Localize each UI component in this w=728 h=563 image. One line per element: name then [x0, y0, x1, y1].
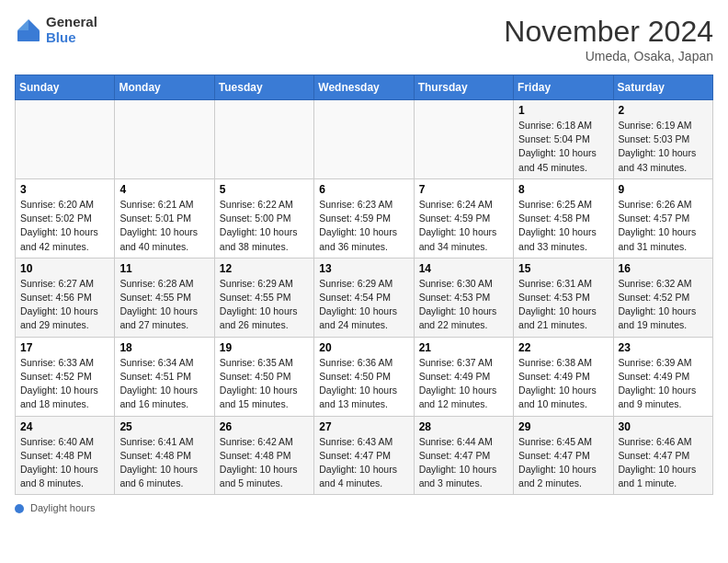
calendar-cell: 4Sunrise: 6:21 AM Sunset: 5:01 PM Daylig…: [115, 178, 214, 258]
day-number: 13: [319, 262, 408, 275]
day-info: Sunrise: 6:21 AM Sunset: 5:01 PM Dayligh…: [119, 198, 209, 254]
title-block: November 2024 Umeda, Osaka, Japan: [504, 15, 713, 63]
calendar-cell: 2Sunrise: 6:19 AM Sunset: 5:03 PM Daylig…: [613, 100, 712, 179]
day-number: 14: [419, 262, 508, 275]
calendar-cell: 15Sunrise: 6:31 AM Sunset: 4:53 PM Dayli…: [514, 258, 613, 337]
day-info: Sunrise: 6:38 AM Sunset: 4:49 PM Dayligh…: [518, 356, 608, 412]
calendar-cell: [115, 100, 214, 179]
day-number: 4: [119, 183, 209, 196]
day-number: 19: [220, 341, 309, 354]
day-info: Sunrise: 6:29 AM Sunset: 4:55 PM Dayligh…: [220, 277, 309, 333]
day-info: Sunrise: 6:28 AM Sunset: 4:55 PM Dayligh…: [119, 277, 209, 333]
day-number: 6: [319, 183, 408, 196]
calendar-body: 1Sunrise: 6:18 AM Sunset: 5:04 PM Daylig…: [16, 100, 713, 495]
calendar-cell: 6Sunrise: 6:23 AM Sunset: 4:59 PM Daylig…: [314, 178, 414, 258]
day-info: Sunrise: 6:30 AM Sunset: 4:53 PM Dayligh…: [419, 277, 508, 333]
calendar-cell: 12Sunrise: 6:29 AM Sunset: 4:55 PM Dayli…: [214, 258, 313, 337]
day-of-week-header: Thursday: [414, 75, 513, 100]
month-title: November 2024: [504, 15, 713, 49]
day-number: 25: [119, 420, 209, 433]
calendar-cell: 25Sunrise: 6:41 AM Sunset: 4:48 PM Dayli…: [115, 416, 214, 495]
calendar-week-row: 10Sunrise: 6:27 AM Sunset: 4:56 PM Dayli…: [16, 258, 713, 337]
day-info: Sunrise: 6:39 AM Sunset: 4:49 PM Dayligh…: [619, 356, 708, 412]
calendar-cell: 20Sunrise: 6:36 AM Sunset: 4:50 PM Dayli…: [314, 337, 414, 416]
day-of-week-header: Wednesday: [314, 75, 414, 100]
day-info: Sunrise: 6:32 AM Sunset: 4:52 PM Dayligh…: [619, 277, 708, 333]
day-number: 24: [20, 420, 109, 433]
day-info: Sunrise: 6:26 AM Sunset: 4:57 PM Dayligh…: [619, 198, 708, 254]
calendar-cell: 3Sunrise: 6:20 AM Sunset: 5:02 PM Daylig…: [16, 178, 115, 258]
calendar-cell: 18Sunrise: 6:34 AM Sunset: 4:51 PM Dayli…: [115, 337, 214, 416]
day-info: Sunrise: 6:44 AM Sunset: 4:47 PM Dayligh…: [419, 435, 508, 491]
calendar-cell: [214, 100, 313, 179]
day-info: Sunrise: 6:27 AM Sunset: 4:56 PM Dayligh…: [20, 277, 109, 333]
calendar-week-row: 24Sunrise: 6:40 AM Sunset: 4:48 PM Dayli…: [16, 416, 713, 495]
day-info: Sunrise: 6:37 AM Sunset: 4:49 PM Dayligh…: [419, 356, 508, 412]
day-number: 30: [619, 420, 708, 433]
day-info: Sunrise: 6:35 AM Sunset: 4:50 PM Dayligh…: [220, 356, 309, 412]
logo: General Blue: [15, 15, 97, 45]
page-header: General Blue November 2024 Umeda, Osaka,…: [15, 15, 713, 63]
calendar-cell: 14Sunrise: 6:30 AM Sunset: 4:53 PM Dayli…: [414, 258, 513, 337]
day-number: 20: [319, 341, 408, 354]
calendar-cell: 26Sunrise: 6:42 AM Sunset: 4:48 PM Dayli…: [214, 416, 313, 495]
day-of-week-header: Tuesday: [214, 75, 313, 100]
calendar-cell: 27Sunrise: 6:43 AM Sunset: 4:47 PM Dayli…: [314, 416, 414, 495]
day-number: 12: [220, 262, 309, 275]
day-info: Sunrise: 6:43 AM Sunset: 4:47 PM Dayligh…: [319, 435, 408, 491]
day-info: Sunrise: 6:18 AM Sunset: 5:04 PM Dayligh…: [518, 119, 608, 175]
day-info: Sunrise: 6:40 AM Sunset: 4:48 PM Dayligh…: [20, 435, 109, 491]
day-info: Sunrise: 6:20 AM Sunset: 5:02 PM Dayligh…: [20, 198, 109, 254]
day-info: Sunrise: 6:19 AM Sunset: 5:03 PM Dayligh…: [619, 119, 708, 175]
calendar-week-row: 3Sunrise: 6:20 AM Sunset: 5:02 PM Daylig…: [16, 178, 713, 258]
footer: Daylight hours: [15, 502, 713, 513]
day-of-week-header: Saturday: [613, 75, 712, 100]
calendar-cell: 5Sunrise: 6:22 AM Sunset: 5:00 PM Daylig…: [214, 178, 313, 258]
day-number: 28: [419, 420, 508, 433]
day-info: Sunrise: 6:36 AM Sunset: 4:50 PM Dayligh…: [319, 356, 408, 412]
day-number: 3: [20, 183, 109, 196]
calendar-cell: 24Sunrise: 6:40 AM Sunset: 4:48 PM Dayli…: [16, 416, 115, 495]
calendar-table: SundayMondayTuesdayWednesdayThursdayFrid…: [15, 75, 713, 495]
day-number: 2: [619, 104, 708, 117]
day-info: Sunrise: 6:42 AM Sunset: 4:48 PM Dayligh…: [220, 435, 309, 491]
calendar-cell: 22Sunrise: 6:38 AM Sunset: 4:49 PM Dayli…: [514, 337, 613, 416]
calendar-header-row: SundayMondayTuesdayWednesdayThursdayFrid…: [16, 75, 713, 100]
day-of-week-header: Friday: [514, 75, 613, 100]
calendar-cell: 21Sunrise: 6:37 AM Sunset: 4:49 PM Dayli…: [414, 337, 513, 416]
logo-text: General Blue: [46, 15, 97, 45]
day-number: 5: [220, 183, 309, 196]
day-number: 29: [518, 420, 608, 433]
day-number: 11: [119, 262, 209, 275]
day-info: Sunrise: 6:24 AM Sunset: 4:59 PM Dayligh…: [419, 198, 508, 254]
calendar-cell: 23Sunrise: 6:39 AM Sunset: 4:49 PM Dayli…: [613, 337, 712, 416]
day-info: Sunrise: 6:31 AM Sunset: 4:53 PM Dayligh…: [518, 277, 608, 333]
day-number: 15: [518, 262, 608, 275]
day-info: Sunrise: 6:22 AM Sunset: 5:00 PM Dayligh…: [220, 198, 309, 254]
day-number: 1: [518, 104, 608, 117]
calendar-week-row: 17Sunrise: 6:33 AM Sunset: 4:52 PM Dayli…: [16, 337, 713, 416]
calendar-cell: 19Sunrise: 6:35 AM Sunset: 4:50 PM Dayli…: [214, 337, 313, 416]
calendar-cell: [414, 100, 513, 179]
calendar-week-row: 1Sunrise: 6:18 AM Sunset: 5:04 PM Daylig…: [16, 100, 713, 179]
day-number: 22: [518, 341, 608, 354]
calendar-cell: 13Sunrise: 6:29 AM Sunset: 4:54 PM Dayli…: [314, 258, 414, 337]
day-number: 18: [119, 341, 209, 354]
day-number: 9: [619, 183, 708, 196]
daylight-label: Daylight hours: [30, 502, 95, 513]
calendar-cell: [16, 100, 115, 179]
day-info: Sunrise: 6:46 AM Sunset: 4:47 PM Dayligh…: [619, 435, 708, 491]
day-of-week-header: Monday: [115, 75, 214, 100]
location: Umeda, Osaka, Japan: [504, 49, 713, 63]
calendar-cell: 28Sunrise: 6:44 AM Sunset: 4:47 PM Dayli…: [414, 416, 513, 495]
svg-marker-1: [17, 19, 28, 30]
calendar-cell: 10Sunrise: 6:27 AM Sunset: 4:56 PM Dayli…: [16, 258, 115, 337]
calendar-cell: 8Sunrise: 6:25 AM Sunset: 4:58 PM Daylig…: [514, 178, 613, 258]
day-info: Sunrise: 6:33 AM Sunset: 4:52 PM Dayligh…: [20, 356, 109, 412]
daylight-dot: [15, 504, 24, 513]
day-number: 23: [619, 341, 708, 354]
day-number: 7: [419, 183, 508, 196]
day-number: 16: [619, 262, 708, 275]
day-number: 8: [518, 183, 608, 196]
calendar-cell: 1Sunrise: 6:18 AM Sunset: 5:04 PM Daylig…: [514, 100, 613, 179]
